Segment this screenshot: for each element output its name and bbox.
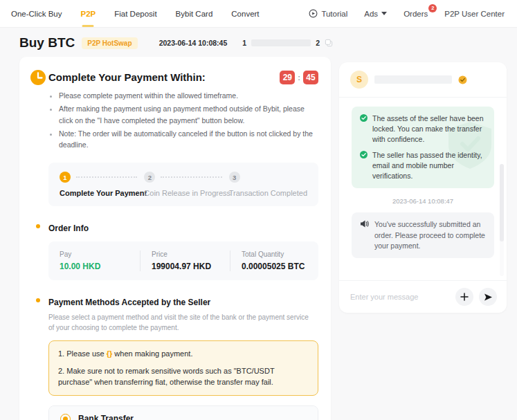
- nav-convert[interactable]: Convert: [231, 10, 259, 18]
- nav-user-center-label: P2P User Center: [444, 10, 505, 18]
- payment-methods-heading: Payment Methods Accepted by the Seller: [48, 298, 210, 307]
- notice-text: The seller has passed the identity, emai…: [372, 150, 486, 182]
- payment-methods-subtext: Please select a payment method and visit…: [48, 312, 318, 333]
- nav-orders[interactable]: Orders 2: [403, 10, 428, 18]
- section-bullet-icon: [36, 224, 40, 228]
- megaphone-icon: [360, 220, 369, 228]
- payment-method-token: {}: [107, 349, 113, 358]
- order-info-heading: Order Info: [48, 223, 89, 233]
- nav-right: Tutorial Ads Orders 2 P2P User Center: [309, 9, 505, 18]
- scrollbar-thumb[interactable]: [500, 164, 504, 241]
- tutorial-icon: [309, 9, 318, 18]
- nav-p2p[interactable]: P2P: [81, 10, 96, 18]
- step-number: 1: [60, 172, 71, 183]
- timer-minutes: 29: [280, 71, 295, 84]
- order-timestamp: 2023-06-14 10:08:45: [159, 39, 228, 47]
- notice-item: The seller has passed the identity, emai…: [360, 150, 486, 182]
- warning-line-2: 2. Make sure not to remark sensitive wor…: [58, 365, 309, 388]
- step-coin-release: 2 Coin Release in Progress: [144, 172, 228, 197]
- page-header: Buy BTC P2P HotSwap 2023-06-14 10:08:45 …: [0, 28, 517, 57]
- payment-methods-section: 1. Please use {} when making payment. 2.…: [28, 333, 318, 420]
- send-button[interactable]: [479, 288, 497, 306]
- chat-messages: The assets of the seller have been locke…: [339, 98, 507, 280]
- payment-methods-heading-row: Payment Methods Accepted by the Seller P…: [28, 295, 318, 333]
- bank-transfer-card: Bank Transfer Name Bank Account Number B…: [48, 405, 318, 420]
- clock-icon: [30, 69, 46, 86]
- timer-seconds: 45: [303, 71, 318, 84]
- order-number-redacted: [251, 39, 311, 46]
- p2p-hotswap-badge: P2P HotSwap: [82, 37, 137, 49]
- chat-input-row: [339, 280, 507, 313]
- step-transaction-completed: 3 Transaction Completed: [229, 172, 307, 197]
- order-number-start: 1: [242, 39, 246, 47]
- countdown-timer: 29 : 45: [280, 71, 318, 84]
- chat-scrollbar[interactable]: [500, 164, 504, 276]
- quantity-label: Total Quantity: [242, 250, 307, 258]
- price-label: Price: [152, 250, 219, 258]
- step-number: 3: [229, 172, 240, 183]
- main-content: Complete Your Payment Within: 29 : 45 Pl…: [0, 57, 517, 420]
- payment-instructions-list: Please complete payment within the allow…: [48, 90, 318, 150]
- check-circle-icon: [360, 114, 368, 122]
- nav-tutorial[interactable]: Tutorial: [309, 9, 347, 18]
- step-complete-payment: 1 Complete Your Payment: [60, 172, 144, 197]
- system-message-text: You've successfully submitted an order. …: [374, 219, 486, 251]
- instruction-item: After making the payment using an paymen…: [59, 103, 318, 126]
- message-input[interactable]: [349, 292, 450, 302]
- payment-deadline-heading: Complete Your Payment Within:: [48, 71, 206, 83]
- order-info-section: Pay 10.00 HKD Price 199004.97 HKD Total …: [28, 234, 318, 280]
- verified-badge-icon: [458, 75, 467, 84]
- payment-card: Complete Your Payment Within: 29 : 45 Pl…: [19, 57, 331, 420]
- seller-warning-box: 1. Please use {} when making payment. 2.…: [48, 340, 318, 396]
- nav-left: One-Click Buy P2P Fiat Deposit Bybit Car…: [11, 10, 260, 18]
- notice-item: The assets of the seller have been locke…: [360, 113, 486, 145]
- notice-text: The assets of the seller have been locke…: [372, 113, 486, 145]
- step-connector: [76, 176, 137, 178]
- nav-ads-label: Ads: [364, 10, 378, 18]
- quantity-value: 0.00005025 BTC: [242, 262, 307, 271]
- copy-icon[interactable]: [325, 39, 333, 47]
- nav-ads[interactable]: Ads: [364, 10, 387, 18]
- order-pay-column: Pay 10.00 HKD: [48, 250, 140, 271]
- nav-one-click-buy[interactable]: One-Click Buy: [11, 10, 62, 18]
- order-price-column: Price 199004.97 HKD: [140, 250, 230, 271]
- chevron-down-icon: [381, 12, 387, 15]
- chat-header: S: [339, 62, 507, 98]
- page-title: Buy BTC: [19, 35, 75, 51]
- section-bullet-icon: [36, 298, 40, 302]
- price-value: 199004.97 HKD: [152, 262, 219, 271]
- step-label: Coin Release in Progress: [144, 189, 228, 197]
- attach-button[interactable]: [455, 288, 473, 306]
- pay-label: Pay: [60, 250, 129, 258]
- plus-icon: [460, 293, 469, 301]
- step-connector: [161, 176, 221, 178]
- timer-separator: :: [298, 73, 300, 82]
- instruction-item: Note: The order will be automatically ca…: [59, 128, 318, 151]
- bank-transfer-radio[interactable]: [60, 414, 71, 420]
- order-info-box: Pay 10.00 HKD Price 199004.97 HKD Total …: [48, 241, 318, 280]
- chat-timestamp: 2023-06-14 10:08:47: [352, 197, 494, 205]
- payment-header-section: Complete Your Payment Within: 29 : 45 Pl…: [28, 69, 318, 206]
- system-message: You've successfully submitted an order. …: [352, 212, 494, 258]
- step-number: 2: [144, 172, 155, 183]
- instruction-item: Please complete payment within the allow…: [59, 90, 318, 101]
- check-circle-icon: [360, 151, 368, 158]
- nav-bybit-card[interactable]: Bybit Card: [176, 10, 213, 18]
- order-info-heading-row: Order Info: [28, 221, 318, 234]
- seller-name-redacted: [374, 75, 452, 84]
- step-label: Complete Your Payment: [60, 189, 144, 197]
- bank-transfer-header: Bank Transfer: [49, 406, 318, 420]
- bank-transfer-title: Bank Transfer: [78, 414, 134, 420]
- warning-line-1: 1. Please use {} when making payment.: [58, 348, 309, 360]
- top-navigation: One-Click Buy P2P Fiat Deposit Bybit Car…: [0, 0, 517, 28]
- seller-safety-notice: The assets of the seller have been locke…: [352, 107, 494, 188]
- orders-count-badge: 2: [428, 4, 437, 12]
- step-label: Transaction Completed: [229, 189, 307, 197]
- order-progress-steps: 1 Complete Your Payment 2 Coin Release i…: [48, 163, 318, 206]
- send-icon: [484, 293, 493, 302]
- seller-avatar[interactable]: S: [350, 71, 368, 89]
- nav-p2p-user-center[interactable]: P2P User Center: [444, 10, 505, 18]
- nav-orders-label: Orders: [403, 10, 428, 18]
- chat-panel: S The assets of the seller have been loc…: [339, 62, 507, 313]
- nav-fiat-deposit[interactable]: Fiat Deposit: [114, 10, 156, 18]
